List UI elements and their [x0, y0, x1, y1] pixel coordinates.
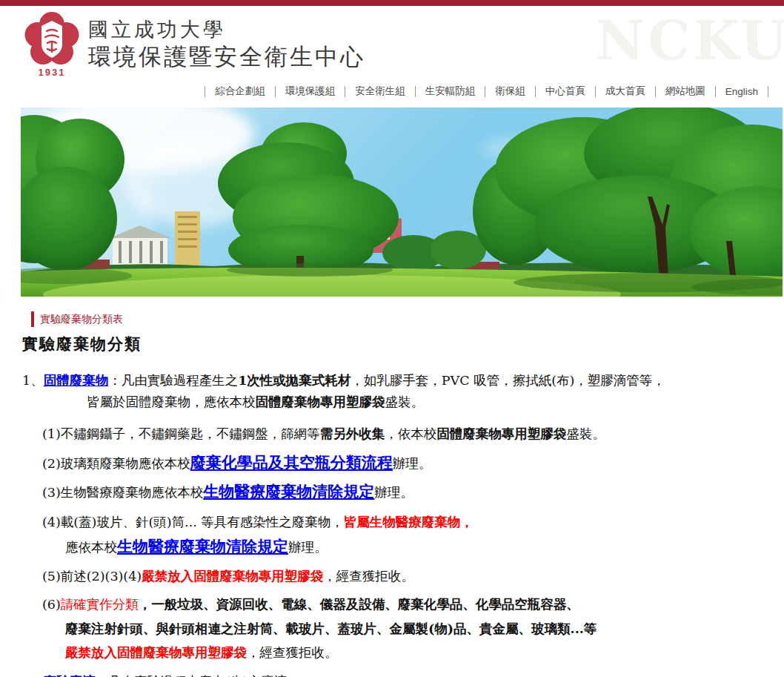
sub-6-red: 請確實作分類 [61, 597, 139, 612]
main-content: 1、固體廢棄物：凡由實驗過程產生之1次性或拋棄式耗材，如乳膠手套，PVC 吸管，… [22, 365, 771, 677]
main-nav: 綜合企劃組 環境保護組 安全衛生組 生安輻防組 衛保組 中心首頁 成大首頁 網站… [195, 85, 778, 98]
sub-6-bold2: 廢棄注射針頭、與針頭相連之注射筒、載玻片、蓋玻片、金屬製(物)品、貴金屬、玻璃類… [65, 621, 597, 636]
sub-item-3: (3)生物醫療廢棄物應依本校生物醫療廢棄物清除規定辦理。 [42, 483, 771, 502]
nav-separator [345, 86, 345, 97]
nav-separator [205, 86, 205, 97]
nav-separator [415, 86, 416, 97]
sub-item-6-line-1: (6)請確實作分類，一般垃圾、資源回收、電線、儀器及設備、廢棄化學品、化學品空瓶… [42, 595, 771, 614]
page: 1931 國立成功大學 環境保護暨安全衛生中心 NCKU 綜合企劃組 環境保護組… [0, 0, 784, 677]
sub-4-text2: 應依本校 [65, 540, 117, 555]
nav-separator [485, 86, 485, 97]
nav-item-health[interactable]: 衛保組 [495, 85, 525, 98]
nav-separator [275, 86, 276, 97]
sub-item-6-line-2: 廢棄注射針頭、與針頭相連之注射筒、載玻片、蓋玻片、金屬製(物)品、貴金屬、玻璃類… [65, 619, 771, 638]
nav-separator [655, 86, 656, 97]
sub-6-red2: 嚴禁放入固體廢棄物專用塑膠袋 [65, 645, 247, 660]
sub-4-text: 載(蓋)玻片、針(頭)筒... 等具有感染性之廢棄物， [61, 515, 344, 529]
sub-1-text3: 盛裝。 [566, 426, 605, 441]
nav-separator [768, 86, 768, 97]
biomedical-waste-rule-link[interactable]: 生物醫療廢棄物清除規定 [203, 482, 374, 501]
sub-5-number: (5) [42, 569, 61, 584]
plum-blossom-icon: 1931 [21, 9, 83, 79]
page-title: 實驗廢棄物分類 [22, 334, 142, 354]
item-1-text: 凡由實驗過程產生之 [122, 373, 239, 388]
svg-text:1931: 1931 [39, 67, 66, 78]
sub-item-4-line-2: 應依本校生物醫療廢棄物清除規定辦理。 [65, 538, 771, 557]
sub-1-text2: ，依本校 [385, 426, 436, 441]
sub-3-number: (3) [42, 485, 61, 500]
biomedical-waste-rule-link-2[interactable]: 生物醫療廢棄物清除規定 [117, 537, 288, 555]
sub-2-number: (2) [42, 456, 61, 471]
sub-item-5: (5)前述(2)(3)(4)嚴禁放入固體廢棄物專用塑膠袋，經查獲拒收。 [42, 567, 771, 586]
item-1-text3: 皆屬於固體廢棄物，應依本校 [87, 394, 256, 409]
sub-3-text2: 辦理。 [374, 485, 413, 500]
breadcrumb[interactable]: 實驗廢棄物分類表 [40, 313, 123, 326]
item-1-text4: 盛裝。 [385, 394, 425, 409]
nav-item-center-home[interactable]: 中心首頁 [545, 85, 585, 98]
sub-3-text: 生物醫療廢棄物應依本校 [61, 485, 204, 500]
sub-item-4-line-1: (4)載(蓋)玻片、針(頭)筒... 等具有感染性之廢棄物，皆屬生物醫療廢棄物， [42, 512, 771, 532]
chemical-waste-flow-link[interactable]: 廢棄化學品及其空瓶分類流程 [190, 453, 393, 472]
sub-2-text: 玻璃類廢棄物應依本校 [61, 456, 190, 471]
sub-6-number: (6) [42, 597, 61, 612]
sub-1-bold2: 固體廢棄物專用塑膠袋 [436, 426, 566, 441]
nav-item-sitemap[interactable]: 網站地圖 [665, 85, 705, 98]
sub-item-1: (1)不鏽鋼鑷子，不鏽鋼藥匙，不鏽鋼盤，篩網等需另外收集，依本校固體廢棄物專用塑… [42, 424, 771, 443]
nav-separator [535, 86, 536, 97]
nav-item-biosafety[interactable]: 生安輻防組 [425, 85, 476, 98]
top-brand-bar [0, 0, 784, 6]
nav-separator [595, 86, 596, 97]
item-1-bold2: 固體廢棄物專用塑膠袋 [256, 394, 385, 409]
center-name: 環境保護暨安全衛生中心 [88, 42, 365, 73]
solid-waste-link[interactable]: 固體廢棄物 [44, 373, 109, 388]
sub-4-text3: 辦理。 [288, 540, 328, 555]
item-2-colon: ： [96, 674, 109, 677]
nav-item-safety[interactable]: 安全衛生組 [355, 85, 405, 98]
item-2-number: 2、 [22, 674, 44, 677]
sub-5-red: 嚴禁放入固體廢棄物專用塑膠袋 [142, 569, 323, 584]
sub-item-6-line-3: 嚴禁放入固體廢棄物專用塑膠袋，經查獲拒收。 [65, 643, 771, 662]
breadcrumb-accent-bar [31, 311, 34, 327]
sub-item-2: (2)玻璃類廢棄物應依本校廢棄化學品及其空瓶分類流程辦理。 [42, 454, 771, 473]
ncku-logo[interactable]: 1931 [21, 9, 83, 79]
sub-5-text: 前述(2)(3)(4) [61, 569, 142, 584]
item-1-colon: ： [108, 373, 122, 388]
sub-4-red: 皆屬生物醫療廢棄物， [344, 515, 474, 529]
sub-1-text: 不鏽鋼鑷子，不鏽鋼藥匙，不鏽鋼盤，篩網等 [61, 426, 320, 441]
nav-item-planning[interactable]: 綜合企劃組 [215, 85, 265, 98]
nav-item-english[interactable]: English [725, 86, 758, 97]
liquid-waste-link[interactable]: 實驗廢液 [44, 674, 96, 677]
campus-banner-photo [21, 108, 783, 297]
item-1-line-1: 1、固體廢棄物：凡由實驗過程產生之1次性或拋棄式耗材，如乳膠手套，PVC 吸管，… [22, 371, 771, 390]
ncku-watermark: NCKU [596, 9, 784, 72]
item-1-line-2: 皆屬於固體廢棄物，應依本校固體廢棄物專用塑膠袋盛裝。 [87, 392, 771, 412]
sub-2-text2: 辦理。 [393, 456, 432, 471]
nav-item-environment[interactable]: 環境保護組 [285, 85, 336, 98]
sub-4-number: (4) [42, 515, 61, 529]
sub-5-text2: ，經查獲拒收。 [323, 569, 414, 584]
item-2-text: 凡由實驗過程中產出(生)之廢液。 [108, 674, 300, 677]
sub-1-bold: 需另外收集 [320, 426, 385, 441]
item-2-line-1: 2、實驗廢液：凡由實驗過程中產出(生)之廢液。 [22, 672, 771, 677]
sub-6-text: ，經查獲拒收。 [247, 645, 338, 660]
sub-1-number: (1) [42, 426, 61, 441]
university-name: 國立成功大學 [88, 16, 226, 43]
sub-6-bold: ，一般垃圾、資源回收、電線、儀器及設備、廢棄化學品、化學品空瓶容器、 [139, 597, 579, 612]
item-1-text2: ，如乳膠手套，PVC 吸管，擦拭紙(布)，塑膠滴管等， [351, 373, 665, 388]
nav-separator [715, 86, 716, 97]
nav-item-ncku-home[interactable]: 成大首頁 [605, 85, 645, 98]
item-1-bold: 1次性或拋棄式耗材 [238, 373, 351, 388]
item-1-number: 1、 [22, 373, 44, 388]
